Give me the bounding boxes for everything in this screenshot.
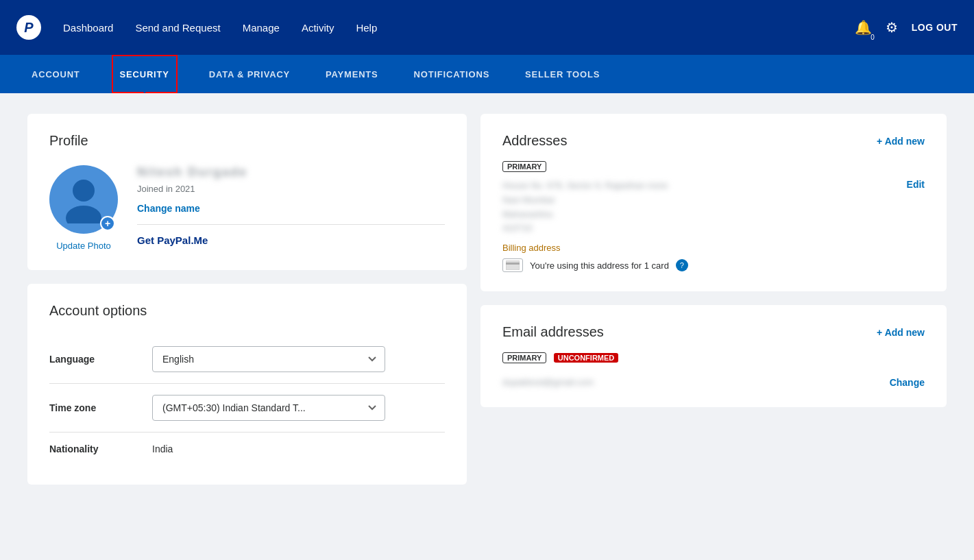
address-text: House No. 678, Sector 9, Rajasthan more … bbox=[502, 179, 907, 236]
email-text: dupablood@gmail.com bbox=[502, 377, 594, 387]
nav-dashboard[interactable]: Dashboard bbox=[63, 22, 113, 34]
change-name-link[interactable]: Change name bbox=[137, 203, 200, 214]
add-new-address-link[interactable]: + Add new bbox=[877, 136, 925, 147]
bell-badge: 0 bbox=[870, 34, 875, 41]
svg-rect-3 bbox=[506, 263, 520, 265]
avatar-person-icon bbox=[63, 175, 104, 223]
language-select[interactable]: English bbox=[152, 346, 385, 372]
subnav-notifications[interactable]: NOTIFICATIONS bbox=[410, 55, 494, 93]
card-svg-icon bbox=[506, 260, 520, 270]
account-options-card: Account options Language English Time zo… bbox=[27, 284, 467, 485]
avatar-plus-icon[interactable]: + bbox=[100, 216, 115, 231]
divider bbox=[137, 224, 445, 225]
top-nav-right: 🔔 0 ⚙ LOG OUT bbox=[855, 19, 958, 36]
change-email-link[interactable]: Change bbox=[890, 377, 925, 388]
email-unconfirmed-badge: UNCONFIRMED bbox=[554, 353, 619, 363]
avatar: + bbox=[49, 165, 118, 234]
right-panel: Addresses + Add new PRIMARY House No. 67… bbox=[480, 114, 947, 485]
email-primary-badge: PRIMARY bbox=[502, 352, 546, 363]
email-row: dupablood@gmail.com Change bbox=[502, 377, 925, 388]
nav-activity[interactable]: Activity bbox=[302, 22, 334, 34]
nationality-row: Nationality India bbox=[49, 433, 445, 465]
card-icon bbox=[502, 258, 523, 272]
subnav-security[interactable]: SECURITY bbox=[112, 55, 178, 93]
address-row: House No. 678, Sector 9, Rajasthan more … bbox=[502, 179, 925, 236]
language-label: Language bbox=[49, 354, 138, 365]
sub-nav: ACCOUNT SECURITY DATA & PRIVACY PAYMENTS… bbox=[0, 55, 974, 93]
timezone-select[interactable]: (GMT+05:30) Indian Standard T... bbox=[152, 395, 385, 421]
card-info-row: You're using this address for 1 card ? bbox=[502, 258, 925, 272]
profile-info: Nitesh Durgade Joined in 2021 Change nam… bbox=[137, 165, 445, 247]
addresses-card: Addresses + Add new PRIMARY House No. 67… bbox=[480, 114, 947, 291]
addresses-title: Addresses bbox=[502, 133, 568, 149]
billing-label: Billing address bbox=[502, 243, 925, 253]
timezone-label: Time zone bbox=[49, 402, 138, 413]
card-info-text: You're using this address for 1 card bbox=[530, 260, 669, 271]
email-addresses-card: Email addresses + Add new PRIMARY UNCONF… bbox=[480, 305, 947, 407]
email-header: Email addresses + Add new bbox=[502, 324, 925, 340]
edit-address-link[interactable]: Edit bbox=[907, 179, 925, 190]
email-badge-row: PRIMARY UNCONFIRMED bbox=[502, 351, 925, 370]
profile-title: Profile bbox=[49, 133, 445, 149]
main-content: Profile + Update Photo Nitesh Durgade Jo… bbox=[0, 93, 974, 505]
paypal-logo: P bbox=[16, 15, 41, 40]
nav-manage[interactable]: Manage bbox=[243, 22, 280, 34]
timezone-row: Time zone (GMT+05:30) Indian Standard T.… bbox=[49, 384, 445, 433]
bell-icon: 🔔 bbox=[855, 20, 872, 35]
svg-point-1 bbox=[66, 206, 101, 223]
subnav-data-privacy[interactable]: DATA & PRIVACY bbox=[205, 55, 294, 93]
nav-send-request[interactable]: Send and Request bbox=[135, 22, 220, 34]
profile-row: + Update Photo Nitesh Durgade Joined in … bbox=[49, 165, 445, 251]
settings-icon[interactable]: ⚙ bbox=[886, 19, 898, 36]
nationality-label: Nationality bbox=[49, 443, 138, 454]
language-row: Language English bbox=[49, 335, 445, 384]
top-nav: P Dashboard Send and Request Manage Acti… bbox=[0, 0, 974, 55]
email-title: Email addresses bbox=[502, 324, 604, 340]
notification-bell[interactable]: 🔔 0 bbox=[855, 19, 872, 36]
svg-point-0 bbox=[73, 180, 95, 202]
profile-name: Nitesh Durgade bbox=[137, 165, 445, 180]
profile-card: Profile + Update Photo Nitesh Durgade Jo… bbox=[27, 114, 467, 270]
left-panel: Profile + Update Photo Nitesh Durgade Jo… bbox=[27, 114, 467, 485]
subnav-seller-tools[interactable]: SELLER TOOLS bbox=[521, 55, 604, 93]
primary-badge: PRIMARY bbox=[502, 161, 546, 172]
add-new-email-link[interactable]: + Add new bbox=[877, 327, 925, 338]
addresses-header: Addresses + Add new bbox=[502, 133, 925, 149]
subnav-account[interactable]: ACCOUNT bbox=[27, 55, 84, 93]
profile-joined: Joined in 2021 bbox=[137, 184, 445, 194]
logout-button[interactable]: LOG OUT bbox=[912, 22, 958, 33]
info-icon[interactable]: ? bbox=[676, 259, 688, 271]
nationality-value: India bbox=[152, 443, 173, 454]
subnav-payments[interactable]: PAYMENTS bbox=[321, 55, 382, 93]
account-options-title: Account options bbox=[49, 303, 445, 319]
svg-rect-2 bbox=[506, 260, 520, 270]
primary-address-badge: PRIMARY bbox=[502, 160, 925, 179]
update-photo-link[interactable]: Update Photo bbox=[56, 241, 111, 251]
nav-help[interactable]: Help bbox=[356, 22, 377, 34]
avatar-wrapper: + Update Photo bbox=[49, 165, 118, 251]
get-paypalme-link[interactable]: Get PayPal.Me bbox=[137, 234, 208, 246]
